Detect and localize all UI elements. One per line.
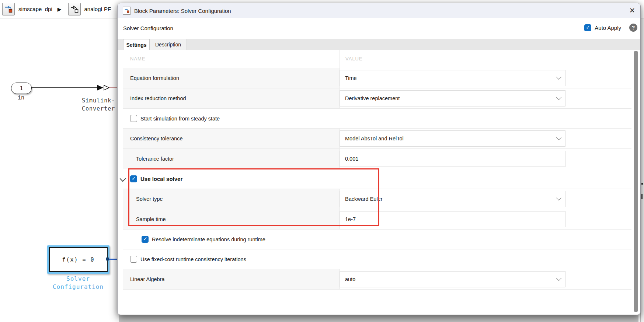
column-header-name: NAME <box>123 50 340 68</box>
solver-configuration-block[interactable]: f(x) = 0 <box>47 245 109 274</box>
clipped-text-fragment <box>641 183 643 185</box>
dialog-scrollbar[interactable] <box>634 51 638 312</box>
converter-label-line1: Simulink- <box>82 97 117 105</box>
dialog-title: Block Parameters: Solver Configuration <box>134 8 231 14</box>
breadcrumb-model-label: simscape_dpi <box>18 6 52 12</box>
index-reduction-row: Index reduction method Derivative replac… <box>123 88 631 109</box>
solver-type-value: Backward Euler <box>345 196 383 202</box>
chevron-down-icon <box>556 95 561 100</box>
breadcrumb-separator-icon: ▶ <box>58 6 62 12</box>
fixed-cost-iterations-row: Use fixed-cost runtime consistency itera… <box>123 249 631 269</box>
solver-block-wire <box>109 259 117 260</box>
equation-formulation-label: Equation formulation <box>123 68 340 88</box>
equation-formulation-row: Equation formulation Time <box>123 68 631 88</box>
breadcrumb-subsystem-label: analogLPF <box>84 6 111 12</box>
solver-block-name-line1: Solver <box>41 275 115 282</box>
close-icon[interactable]: ✕ <box>629 6 635 15</box>
use-local-solver-checkbox[interactable] <box>130 175 137 182</box>
resolve-indeterminate-row: Resolve indeterminate equations during r… <box>123 230 631 249</box>
tab-description[interactable]: Description <box>150 39 187 50</box>
resolve-indeterminate-label: Resolve indeterminate equations during r… <box>152 237 265 242</box>
block-parameters-dialog: Block Parameters: Solver Configuration ✕… <box>117 3 641 315</box>
index-reduction-dropdown[interactable]: Derivative replacement <box>340 90 565 106</box>
sample-time-label: Sample time <box>123 209 340 229</box>
inport-number: 1 <box>20 85 23 92</box>
consistency-tolerance-row: Consistency tolerance Model AbsTol and R… <box>123 129 631 149</box>
dialog-bottom-shadow <box>119 315 638 322</box>
arrowhead-filled-icon <box>97 85 103 91</box>
use-local-solver-row: Use local solver <box>123 169 631 189</box>
tab-settings[interactable]: Settings <box>123 39 150 50</box>
use-local-solver-label: Use local solver <box>140 176 182 182</box>
dialog-titlebar[interactable]: Block Parameters: Solver Configuration ✕ <box>118 3 640 18</box>
arrowhead-outline-icon <box>104 85 109 90</box>
inport-block-label: in <box>11 94 31 101</box>
index-reduction-label: Index reduction method <box>123 88 340 108</box>
chevron-down-icon <box>556 276 561 281</box>
chevron-down-icon <box>556 74 561 80</box>
sample-time-row: Sample time 1e-7 <box>123 209 631 230</box>
sample-time-input[interactable]: 1e-7 <box>340 211 565 227</box>
editor-right-edge <box>640 18 644 322</box>
solver-type-row: Solver type Backward Euler <box>123 189 631 209</box>
simulink-block-icon <box>123 7 131 15</box>
auto-apply-checkbox[interactable] <box>584 24 591 31</box>
solver-block-name-line2: Configuration <box>41 283 115 290</box>
solver-type-dropdown[interactable]: Backward Euler <box>340 191 565 207</box>
help-icon[interactable]: ? <box>629 24 637 32</box>
chevron-down-icon <box>556 195 561 200</box>
column-header-value: VALUE <box>340 50 631 68</box>
linear-algebra-dropdown[interactable]: auto <box>340 271 565 287</box>
breadcrumb-item-model[interactable]: simscape_dpi <box>2 3 52 15</box>
tolerance-factor-row: Tolerance factor 0.001 <box>123 149 631 169</box>
chevron-down-icon <box>556 135 561 140</box>
fixed-cost-iterations-checkbox[interactable] <box>130 256 137 263</box>
equation-formulation-value: Time <box>345 75 357 81</box>
solver-type-label: Solver type <box>123 189 340 209</box>
breadcrumb-item-subsystem[interactable]: analogLPF <box>68 3 111 15</box>
signal-wire <box>31 84 117 91</box>
solver-block-port[interactable] <box>106 258 109 260</box>
tolerance-factor-label: Tolerance factor <box>123 149 340 169</box>
equation-formulation-dropdown[interactable]: Time <box>340 70 565 86</box>
simulink-subsystem-icon <box>68 3 81 15</box>
converter-label-line2: Converter <box>82 105 117 113</box>
inport-block[interactable]: 1 <box>11 83 32 94</box>
auto-apply-label: Auto Apply <box>595 25 621 31</box>
simulink-model-icon <box>2 3 15 15</box>
linear-algebra-value: auto <box>345 276 355 282</box>
solver-block-face: f(x) = 0 <box>49 247 108 272</box>
steady-state-row: Start simulation from steady state <box>123 109 631 129</box>
tolerance-factor-input[interactable]: 0.001 <box>340 151 565 167</box>
resolve-indeterminate-checkbox[interactable] <box>142 236 149 243</box>
clipped-text-fragment <box>641 194 643 199</box>
steady-state-checkbox[interactable] <box>130 115 137 122</box>
linear-algebra-label: Linear Algebra <box>123 269 340 289</box>
consistency-tolerance-value: Model AbsTol and RelTol <box>345 136 404 141</box>
steady-state-label: Start simulation from steady state <box>140 116 220 122</box>
parameter-table: NAME VALUE Equation formulation Time Ind… <box>123 50 631 290</box>
block-name-heading: Solver Configuration <box>123 25 173 31</box>
dialog-header: Solver Configuration Auto Apply ? <box>118 18 640 39</box>
fixed-cost-iterations-label: Use fixed-cost runtime consistency itera… <box>140 256 246 262</box>
consistency-tolerance-label: Consistency tolerance <box>123 129 340 148</box>
converter-block-label: Simulink- Converter <box>82 97 117 113</box>
tolerance-factor-value: 0.001 <box>345 156 358 162</box>
expander-chevron-down-icon[interactable] <box>120 176 126 182</box>
consistency-tolerance-dropdown[interactable]: Model AbsTol and RelTol <box>340 130 565 147</box>
sample-time-value: 1e-7 <box>345 216 356 222</box>
dialog-tabs: Settings Description <box>118 39 640 50</box>
linear-algebra-row: Linear Algebra auto <box>123 269 631 290</box>
index-reduction-value: Derivative replacement <box>345 95 400 101</box>
table-header: NAME VALUE <box>123 50 631 68</box>
simulink-editor: simscape_dpi ▶ analogLPF 1 in Simulink- <box>0 0 644 322</box>
